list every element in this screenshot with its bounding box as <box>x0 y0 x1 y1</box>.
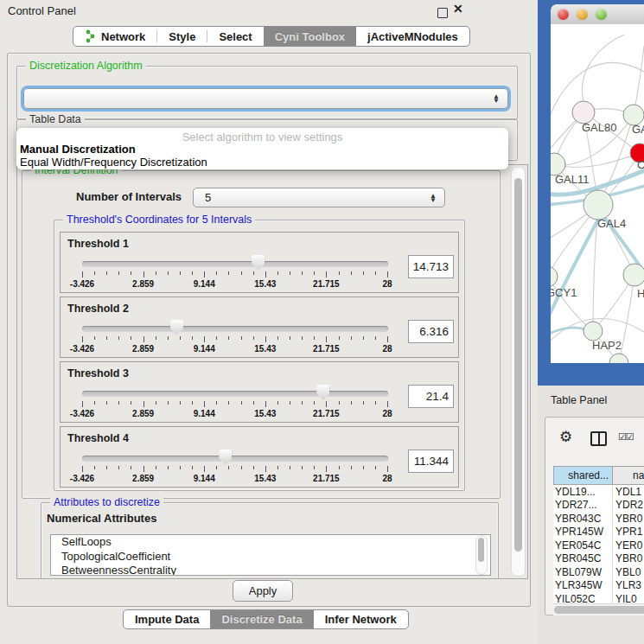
threshold-label: Threshold 3 <box>67 367 129 379</box>
table-header-row: shared... na <box>553 466 644 485</box>
table-row[interactable]: YER054CYER0 <box>553 539 644 552</box>
tick-label: 2.859 <box>132 474 154 483</box>
tab-impute-data[interactable]: Impute Data <box>124 610 210 628</box>
slider-track[interactable] <box>82 261 388 267</box>
algorithm-combobox[interactable]: ▲▼ <box>23 88 508 109</box>
tick-label: 2.859 <box>132 279 154 289</box>
attributes-label: Attributes to discretize <box>50 496 163 508</box>
slider-track[interactable] <box>82 326 388 332</box>
show-columns-icon[interactable]: ☑☑ <box>618 431 634 443</box>
threshold-value-field[interactable]: 11.344 <box>408 450 454 473</box>
discretization-algorithm-group: Discretization Algorithm ▲▼ <box>16 66 518 119</box>
threshold-row: Threshold 3-3.4262.8599.14415.4321.71528… <box>60 361 459 423</box>
cell-shared-name: YBL079W <box>553 565 613 579</box>
table-hscrollbar[interactable] <box>553 603 644 615</box>
table-row[interactable]: YBL079WYBL0 <box>553 565 644 579</box>
settings-scroll-pane: Interval Definition Number of Intervals … <box>16 164 528 579</box>
slider-handle[interactable] <box>252 255 265 271</box>
network-node[interactable] <box>583 322 603 341</box>
numerical-attributes-list[interactable]: SelfLoopsTopologicalCoefficientBetweenne… <box>50 534 491 576</box>
table-row[interactable]: YBR043CYBR0 <box>553 512 644 526</box>
bottom-tab-bar: Impute DataDiscretize DataInfer Network <box>123 609 409 629</box>
cell-name: YBR0 <box>613 512 642 526</box>
table-row[interactable]: YPR145WYPR1 <box>553 526 644 539</box>
tab-label: jActiveMNodules <box>367 30 458 43</box>
mac-close-icon[interactable] <box>558 9 569 20</box>
threshold-value-field[interactable]: 6.316 <box>408 320 454 343</box>
network-window-titlebar[interactable] <box>551 4 644 25</box>
apply-button[interactable]: Apply <box>233 580 293 602</box>
network-edge[interactable] <box>582 35 624 101</box>
cell-shared-name: YLR345W <box>553 579 613 593</box>
tab-cyni-toolbox[interactable]: Cyni Toolbox <box>264 27 356 46</box>
combo-arrows-icon: ▲▼ <box>493 94 500 103</box>
network-edge[interactable] <box>551 277 593 331</box>
tab-style[interactable]: Style <box>157 27 207 46</box>
tab-infer-network[interactable]: Infer Network <box>314 610 408 628</box>
panel-scrollbar[interactable] <box>511 167 526 577</box>
algorithm-option-equal-width[interactable]: Equal Width/Frequency Discretization <box>20 156 207 169</box>
thresholds-group: Threshold's Coordinates for 5 Intervals … <box>54 220 465 491</box>
tick-label: 21.715 <box>313 344 340 354</box>
slider-track[interactable] <box>82 456 388 462</box>
network-canvas[interactable]: GAL80GACGAL11GAL4GCY1HHAP2 <box>551 24 644 363</box>
table-row[interactable]: YIL052CYIL0 <box>553 592 644 603</box>
tick-label: 9.144 <box>194 409 215 418</box>
attributes-group: Attributes to discretize Numerical Attri… <box>41 502 499 579</box>
table-panel-title: Table Panel <box>551 394 607 406</box>
threshold-row: Threshold 4-3.4262.8599.14415.4321.71528… <box>60 426 459 488</box>
numerical-attributes-label: Numerical Attributes <box>47 512 156 525</box>
tick-label: 28 <box>382 474 392 483</box>
tick-label: 9.144 <box>194 474 215 483</box>
table-row[interactable]: YBR045CYBR0 <box>553 552 644 566</box>
node-label: H <box>637 287 644 300</box>
tick-label: 21.715 <box>313 474 340 483</box>
tab-label: Impute Data <box>135 613 199 626</box>
float-window-icon[interactable] <box>437 8 448 18</box>
table-row[interactable]: YLR345WYLR3 <box>553 579 644 593</box>
network-node[interactable] <box>551 266 558 287</box>
column-header-shared-name[interactable]: shared... <box>553 466 613 485</box>
attribute-list-item[interactable]: SelfLoops <box>51 535 490 550</box>
tick-label: 28 <box>382 344 392 354</box>
attribute-list-item[interactable]: BetweennessCentrality <box>51 564 490 576</box>
tab-network[interactable]: Network <box>73 27 156 46</box>
gear-icon[interactable]: ⚙ <box>559 428 572 446</box>
network-node[interactable] <box>623 264 644 286</box>
network-node[interactable] <box>583 190 613 220</box>
close-icon[interactable]: ✕ <box>453 2 463 16</box>
slider-handle[interactable] <box>316 385 329 400</box>
tab-discretize-data[interactable]: Discretize Data <box>210 610 313 628</box>
slider-handle[interactable] <box>219 450 232 465</box>
cell-name: YPR1 <box>613 526 642 539</box>
tick-label: -3.426 <box>70 409 94 418</box>
table-row[interactable]: YDR27...YDR2 <box>553 499 644 513</box>
table-row[interactable]: YDL19...YDL1 <box>553 485 644 499</box>
node-label: GAL4 <box>597 217 626 230</box>
attribute-list-item[interactable]: TopologicalCoefficient <box>51 550 490 564</box>
slider-ruler: -3.4262.8599.14415.4321.71528 <box>82 401 389 422</box>
number-of-intervals-label: Number of Intervals <box>76 190 182 203</box>
slider-ruler: -3.4262.8599.14415.4321.71528 <box>82 466 389 487</box>
mac-zoom-icon[interactable] <box>596 9 607 20</box>
algorithm-option-manual[interactable]: Manual Discretization <box>20 143 136 156</box>
cell-shared-name: YBR045C <box>553 552 613 566</box>
threshold-value-field[interactable]: 14.713 <box>408 255 454 278</box>
mac-minimize-icon[interactable] <box>577 9 588 20</box>
network-graph: GAL80GACGAL11GAL4GCY1HHAP2 <box>551 24 644 363</box>
threshold-label: Threshold 2 <box>67 303 129 315</box>
threshold-value-field[interactable]: 21.4 <box>408 385 454 408</box>
application-window: Control Panel ✕ NetworkStyleSelectCyni T… <box>0 0 644 644</box>
cell-shared-name: YDR27... <box>553 499 613 513</box>
cell-name: YDR2 <box>613 499 643 513</box>
table-panel: Table Panel ⚙ ☑☑ shared... na YDL19...YD… <box>538 386 644 644</box>
slider-handle[interactable] <box>170 320 183 335</box>
column-header-name[interactable]: na <box>613 466 644 485</box>
slider-track[interactable] <box>82 391 388 397</box>
split-view-icon[interactable] <box>590 431 607 446</box>
attributes-scrollbar[interactable] <box>475 535 488 575</box>
number-of-intervals-combobox[interactable]: 5 ▲▼ <box>193 188 445 207</box>
tab-select[interactable]: Select <box>207 27 263 46</box>
tab-jactivemnodules[interactable]: jActiveMNodules <box>356 27 469 46</box>
cell-shared-name: YDL19... <box>553 485 613 499</box>
